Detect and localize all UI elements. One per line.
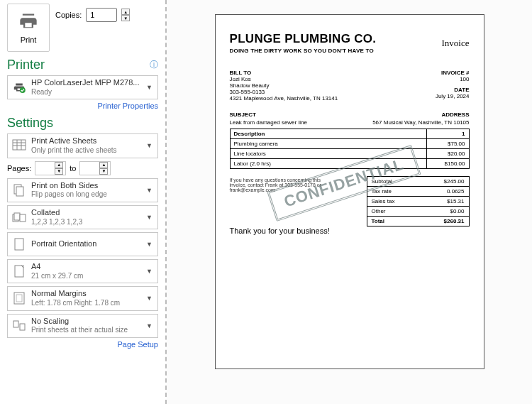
svg-rect-10: [20, 214, 26, 222]
setting-orientation[interactable]: Portrait Orientation ▼: [7, 232, 158, 256]
chevron-down-icon: ▼: [145, 142, 154, 149]
chevron-down-icon: ▼: [145, 241, 154, 248]
printer-name: HP ColorLaserJet MFP M278...: [31, 78, 140, 88]
svg-rect-12: [15, 266, 23, 277]
section-header-printer: Printer ⓘ: [7, 58, 158, 72]
printer-icon: [18, 11, 38, 33]
printer-properties-link[interactable]: Printer Properties: [7, 102, 158, 110]
setting-collate[interactable]: Collated1,2,3 1,2,3 1,2,3 ▼: [7, 205, 158, 229]
pages-from-down[interactable]: ▼: [55, 168, 63, 175]
invoice-title: Invoice: [442, 38, 470, 49]
invoice-thanks: Thank you for your business!: [230, 226, 470, 235]
copies-input[interactable]: [86, 8, 117, 22]
portrait-icon: [11, 238, 27, 251]
chevron-down-icon: ▼: [145, 214, 154, 221]
chevron-down-icon: ▼: [145, 268, 154, 275]
invoice-tagline: DOING THE DIRTY WORK SO YOU DON'T HAVE T…: [230, 48, 470, 54]
preview-page: PLUNGE PLUMBING CO. DOING THE DIRTY WORK…: [215, 14, 484, 369]
sheets-icon: [11, 139, 27, 152]
svg-rect-1: [13, 140, 26, 150]
copies-label: Copies:: [55, 11, 82, 19]
setting-scaling[interactable]: No ScalingPrint sheets at their actual s…: [7, 314, 158, 338]
copies-up[interactable]: ▲: [121, 9, 130, 15]
pages-from-input[interactable]: ▲▼: [35, 161, 66, 175]
duplex-icon: [11, 184, 27, 197]
svg-rect-13: [14, 293, 24, 304]
invoice-company: PLUNGE PLUMBING CO.: [230, 32, 470, 46]
pages-to-input[interactable]: ▲▼: [79, 161, 111, 175]
chevron-down-icon: ▼: [145, 84, 154, 91]
pages-to-up[interactable]: ▲: [99, 162, 108, 168]
setting-print-what[interactable]: Print Active SheetsOnly print the active…: [7, 133, 158, 158]
setting-paper-size[interactable]: A421 cm x 29.7 cm ▼: [7, 259, 158, 283]
svg-rect-11: [15, 239, 23, 250]
printer-status-icon: [11, 82, 27, 93]
scaling-icon: [11, 320, 27, 332]
pages-label: Pages:: [7, 164, 31, 173]
section-header-settings: Settings: [7, 116, 158, 131]
printer-status: Ready: [31, 88, 140, 97]
chevron-down-icon: ▼: [145, 322, 154, 329]
copies-down[interactable]: ▼: [121, 15, 130, 21]
setting-sides[interactable]: Print on Both SidesFlip pages on long ed…: [7, 178, 158, 202]
info-icon[interactable]: ⓘ: [150, 59, 158, 71]
page-setup-link[interactable]: Page Setup: [7, 340, 158, 349]
print-label: Print: [21, 36, 37, 44]
pages-from-up[interactable]: ▲: [55, 162, 63, 168]
svg-rect-16: [20, 324, 25, 330]
page-size-icon: [11, 265, 27, 278]
pages-to-label: to: [70, 164, 76, 173]
svg-rect-15: [13, 321, 18, 327]
svg-rect-9: [14, 213, 20, 220]
invoice-lines-table: Description1 Plumbing camera$75.00 Line …: [230, 129, 470, 169]
print-preview-pane: PLUNGE PLUMBING CO. DOING THE DIRTY WORK…: [167, 0, 532, 404]
print-button[interactable]: Print: [7, 4, 50, 52]
printer-select[interactable]: HP ColorLaserJet MFP M278... Ready ▼: [7, 75, 158, 99]
chevron-down-icon: ▼: [145, 295, 154, 302]
pages-to-down[interactable]: ▼: [99, 168, 108, 175]
setting-margins[interactable]: Normal MarginsLeft: 1.78 cm Right: 1.78 …: [7, 286, 158, 310]
margins-icon: [11, 292, 27, 305]
collate-icon: [11, 212, 27, 223]
chevron-down-icon: ▼: [145, 187, 154, 194]
svg-rect-7: [16, 187, 23, 196]
